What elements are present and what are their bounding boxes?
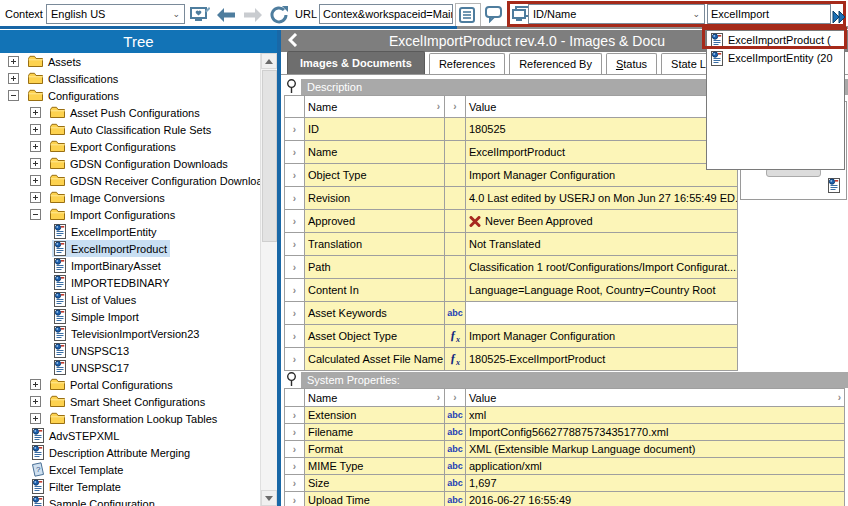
column-header-value[interactable]: Value› (466, 96, 737, 117)
context-select[interactable]: English US ⌄ (46, 4, 185, 24)
attribute-row-asset-keywords[interactable]: ›Asset Keywordsabc (285, 302, 737, 325)
column-header-value[interactable]: Value› (466, 389, 844, 406)
attribute-row-mime-type[interactable]: ›MIME Typeabcapplication/xml (285, 458, 844, 475)
row-expand-icon[interactable]: › (285, 210, 305, 232)
tree-item-portal-configurations[interactable]: Portal Configurations (0, 376, 261, 393)
row-expand-icon[interactable]: › (285, 141, 305, 163)
refresh-icon[interactable] (268, 3, 292, 26)
row-expand-icon[interactable]: › (285, 492, 305, 506)
attribute-row-content-in[interactable]: ›Content InLanguage=Language Root, Count… (285, 279, 737, 302)
list-view-icon[interactable] (455, 3, 481, 27)
tree-scrollbar[interactable] (260, 53, 277, 506)
attribute-value[interactable]: Import Manager Configuration (466, 164, 737, 186)
tree-item-classifications[interactable]: Classifications (0, 70, 261, 87)
attribute-value[interactable]: 180525 (466, 118, 737, 140)
attribute-value[interactable]: 180525-ExcelImportProduct (466, 348, 737, 370)
row-expand-icon[interactable]: › (285, 441, 305, 457)
scroll-down-icon[interactable] (261, 490, 277, 506)
expand-plus-icon[interactable] (30, 379, 41, 390)
expand-plus-icon[interactable] (8, 73, 19, 84)
tree-item-list-of-values[interactable]: List of Values (0, 291, 261, 308)
tree-item-transformation-lookup-tables[interactable]: Transformation Lookup Tables (0, 410, 261, 427)
tab-images-documents[interactable]: Images & Documents (287, 51, 425, 74)
suggestion-item-2[interactable]: ExcelImportEntity (20 (707, 49, 844, 67)
tab-referenced-by[interactable]: Referenced By (509, 53, 602, 74)
attribute-row-upload-time[interactable]: ›Upload Timeabc2016-06-27 16:55:49 (285, 492, 844, 506)
attribute-value[interactable]: Not Translated (466, 233, 737, 255)
context-settings-icon[interactable] (188, 3, 212, 26)
attribute-value[interactable]: xml (466, 407, 844, 423)
attribute-row-extension[interactable]: ›Extensionabcxml (285, 407, 844, 424)
tree-item-excelimportentity[interactable]: ExcelImportEntity (0, 223, 261, 240)
tree-item-sample-configuration[interactable]: Sample Configuration (0, 495, 261, 506)
attribute-value[interactable]: ExcelImportProduct (466, 141, 737, 163)
tree-item-auto-classification-rule-sets[interactable]: Auto Classification Rule Sets (0, 121, 261, 138)
expand-plus-icon[interactable] (30, 107, 41, 118)
tree-item-gdsn-receiver-configuration-downloads[interactable]: GDSN Receiver Configuration Downloads (0, 172, 261, 189)
expand-plus-icon[interactable] (8, 56, 19, 67)
column-header-name[interactable]: Name› (305, 389, 445, 406)
expand-plus-icon[interactable] (30, 158, 41, 169)
attribute-row-asset-object-type[interactable]: ›Asset Object TypeƒxImport Manager Confi… (285, 325, 737, 348)
attribute-value[interactable]: Language=Language Root, Country=Country … (466, 279, 737, 301)
expand-plus-icon[interactable] (30, 124, 41, 135)
attribute-row-approved[interactable]: ›ApprovedNever Been Approved (285, 210, 737, 233)
attribute-row-translation[interactable]: ›TranslationNot Translated (285, 233, 737, 256)
row-expand-icon[interactable]: › (285, 475, 305, 491)
expand-plus-icon[interactable] (30, 413, 41, 424)
row-expand-icon[interactable]: › (285, 325, 305, 347)
row-expand-icon[interactable]: › (285, 458, 305, 474)
attribute-value[interactable]: 4.0 Last edited by USERJ on Mon Jun 27 1… (466, 187, 737, 209)
comment-bubble-icon[interactable] (482, 3, 506, 26)
row-expand-icon[interactable]: › (285, 407, 305, 423)
tree-item-gdsn-configuration-downloads[interactable]: GDSN Configuration Downloads (0, 155, 261, 172)
attribute-row-path[interactable]: ›PathClassification 1 root/Configuration… (285, 256, 737, 279)
row-expand-icon[interactable]: › (285, 279, 305, 301)
tab-status[interactable]: Status (606, 53, 657, 74)
suggestion-item-1[interactable]: ExcelImportProduct ( (707, 31, 844, 49)
collapse-minus-icon[interactable] (30, 209, 41, 220)
tab-references[interactable]: References (429, 53, 505, 74)
tree-item-import-configurations[interactable]: Import Configurations (0, 206, 261, 223)
pin-icon[interactable] (286, 372, 297, 387)
expand-plus-icon[interactable] (30, 175, 41, 186)
attribute-row-id[interactable]: ›ID180525 (285, 118, 737, 141)
row-expand-icon[interactable]: › (285, 302, 305, 324)
attribute-value[interactable]: application/xml (466, 458, 844, 474)
attribute-value[interactable]: Import Manager Configuration (466, 325, 737, 347)
tree-item-televisionimportversion23[interactable]: TelevisionImportVersion23 (0, 325, 261, 342)
pin-icon[interactable] (286, 79, 297, 94)
collapse-minus-icon[interactable] (8, 90, 19, 101)
attribute-value[interactable]: 1,697 (466, 475, 844, 491)
attribute-value[interactable] (466, 302, 737, 324)
row-expand-icon[interactable]: › (285, 233, 305, 255)
row-expand-icon[interactable]: › (285, 164, 305, 186)
attribute-value[interactable]: XML (Extensible Markup Language document… (466, 441, 844, 457)
row-expand-icon[interactable]: › (285, 348, 305, 370)
tree-item-simple-import[interactable]: Simple Import (0, 308, 261, 325)
sort-icon[interactable]: › (437, 101, 440, 112)
tree-item-importedbinary[interactable]: IMPORTEDBINARY (0, 274, 261, 291)
row-expand-icon[interactable]: › (285, 187, 305, 209)
tree-item-export-configurations[interactable]: Export Configurations (0, 138, 261, 155)
tree-item-configurations[interactable]: Configurations (0, 87, 261, 104)
column-header-type[interactable]: › (445, 389, 466, 406)
tree-item-description-attribute-merging[interactable]: Description Attribute Merging (0, 444, 261, 461)
scrollbar-thumb[interactable] (262, 70, 277, 242)
tree-item-importbinaryasset[interactable]: ImportBinaryAsset (0, 257, 261, 274)
tree-item-smart-sheet-configurations[interactable]: Smart Sheet Configurations (0, 393, 261, 410)
tree-item-image-conversions[interactable]: Image Conversions (0, 189, 261, 206)
search-go-icon[interactable] (831, 5, 847, 28)
tree-item-asset-push-configurations[interactable]: Asset Push Configurations (0, 104, 261, 121)
collapse-left-icon[interactable] (288, 33, 298, 47)
tree-item-filter-template[interactable]: Filter Template (0, 478, 261, 495)
url-input[interactable]: Contex&workspaceid=Main (319, 4, 453, 24)
attribute-value[interactable]: 2016-06-27 16:55:49 (466, 492, 844, 506)
back-arrow-icon[interactable] (214, 3, 238, 26)
search-input[interactable]: ExcelImport (707, 4, 831, 24)
sort-icon[interactable]: › (437, 392, 440, 403)
attribute-row-filename[interactable]: ›FilenameabcImportConfig5662778875734351… (285, 424, 844, 441)
tree-item-excelimportproduct[interactable]: ExcelImportProduct (0, 240, 261, 257)
scroll-up-icon[interactable] (261, 53, 277, 69)
search-type-select[interactable]: ID/Name ⌄ (528, 4, 705, 24)
